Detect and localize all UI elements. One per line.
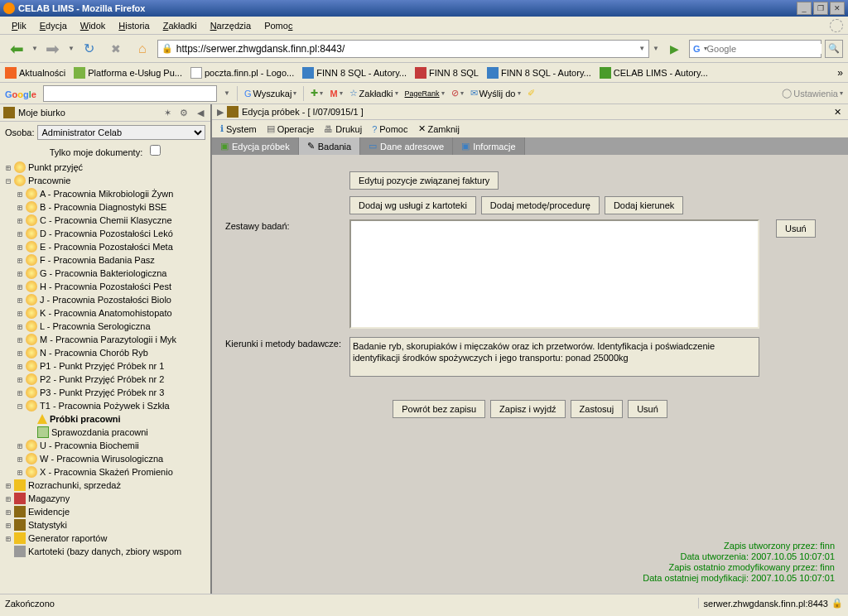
btn-zapisz[interactable]: Zapisz i wyjdź [490, 400, 565, 418]
tab-info[interactable]: ▣Informacje [453, 137, 524, 155]
search-button[interactable]: 🔍 [825, 40, 843, 58]
search-input[interactable] [707, 44, 822, 54]
stats-icon [14, 519, 26, 531]
btn-edytuj-faktury[interactable]: Edytuj pozycje związanej faktury [349, 171, 499, 190]
window-title: CELAB LIMS - Mozilla Firefox [18, 3, 145, 13]
close-button[interactable]: ✕ [830, 2, 845, 15]
gb-send[interactable]: ✉ Wyślij do▾ [470, 88, 521, 99]
tree-node-rozrachunki[interactable]: ⊞Rozrachunki, sprzedaż [3, 479, 210, 492]
tree-node-probki[interactable]: Próbki pracowni [3, 412, 210, 426]
gb-gmail[interactable]: M ▾ [330, 89, 342, 99]
tree-node-P1[interactable]: ⊞P1 - Punkt Przyjęć Próbek nr 1 [3, 359, 210, 373]
tab-edycja[interactable]: ▣Edycja próbek [212, 137, 299, 155]
bookmark-poczta[interactable]: poczta.finn.pl - Logo... [190, 67, 294, 79]
btn-dodaj-metode[interactable]: Dodaj metodę/procedurę [481, 196, 600, 214]
tree-node-punkt[interactable]: ⊞Punkt przyjęć [3, 161, 210, 174]
bookmark-finn8-2[interactable]: FINN 8 SQL [415, 67, 479, 79]
btn-usun-top[interactable]: Usuń [776, 219, 816, 238]
tool-pomoc[interactable]: ?Pomoc [369, 123, 411, 136]
menu-edycja[interactable]: Edycja [33, 19, 74, 32]
sidebar-expand[interactable]: ▶ [217, 107, 224, 118]
tree-node-L[interactable]: ⊞L - Pracownia Serologiczna [3, 320, 210, 333]
btn-dodaj-uslugi[interactable]: Dodaj wg usługi z kartoteki [349, 196, 476, 214]
zestawy-listbox[interactable] [349, 219, 759, 329]
tree-node-X[interactable]: ⊞X - Pracownia Skażeń Promienio [3, 465, 210, 479]
gb-block[interactable]: ⊘ ▾ [451, 88, 464, 99]
tree-node-U[interactable]: ⊞U - Pracownia Biochemii [3, 439, 210, 452]
tree-node-statystyki[interactable]: ⊞Statystyki [3, 518, 210, 532]
tree-node-P2[interactable]: ⊞P2 - Punkt Przyjęć Próbek nr 2 [3, 373, 210, 386]
kierunki-textarea[interactable]: Badanie ryb, skorupiaków i mięczaków ora… [349, 337, 759, 377]
search-box[interactable]: G▾ [689, 40, 822, 58]
tree-node-H[interactable]: ⊞H - Pracownia Pozostałości Pest [3, 280, 210, 293]
sidebar-tool-2[interactable]: ⚙ [177, 106, 190, 119]
content-close[interactable]: ✕ [831, 106, 843, 118]
tree-node-magazyny[interactable]: ⊞Magazyny [3, 492, 210, 505]
tree-node-pracownie[interactable]: ⊟Pracownie [3, 174, 210, 187]
tool-system[interactable]: ℹSystem [217, 122, 260, 136]
tree-node-kartoteki[interactable]: Kartoteki (bazy danych, zbiory wspom [3, 545, 210, 558]
go-button[interactable]: ▶ [662, 37, 686, 60]
tree-node-N[interactable]: ⊞N - Pracownia Chorób Ryb [3, 346, 210, 359]
sidebar-collapse[interactable]: ◀ [194, 106, 207, 119]
gb-settings[interactable]: ◯ Ustawienia▾ [782, 88, 843, 99]
gb-wyszukaj[interactable]: G Wyszukaj ▾ [244, 89, 297, 99]
app-icon [415, 67, 426, 79]
btn-powrot[interactable]: Powrót bez zapisu [393, 400, 485, 418]
gb-pagerank[interactable]: PageRank ▾ [405, 89, 445, 98]
menu-pomoc[interactable]: Pomoc [258, 19, 299, 32]
gb-nav[interactable]: ✚ ▾ [311, 88, 323, 99]
tree-node-ewidencje[interactable]: ⊞Ewidencje [3, 505, 210, 518]
menu-narzedzia[interactable]: Narzędzia [204, 19, 258, 32]
bookmark-finn8-3[interactable]: FINN 8 SQL - Autory... [487, 67, 591, 79]
rss-icon [5, 67, 17, 79]
tool-operacje[interactable]: ▤Operacje [263, 122, 318, 136]
gb-bookmarks[interactable]: ☆ Zakładki ▾ [349, 88, 398, 99]
btn-zastosuj[interactable]: Zastosuj [571, 400, 624, 418]
bookmark-aktualnosci[interactable]: Aktualności [5, 67, 65, 79]
osoba-select[interactable]: Administrator Celab [37, 125, 205, 140]
btn-usun-bottom[interactable]: Usuń [628, 400, 667, 418]
tree-node-G[interactable]: ⊞G - Pracownia Bakteriologiczna [3, 267, 210, 280]
minimize-button[interactable]: _ [797, 2, 812, 15]
tree-node-W[interactable]: ⊞W - Pracownia Wirusologiczna [3, 452, 210, 465]
tree-node-P3[interactable]: ⊞P3 - Punkt Przyjęć Próbek nr 3 [3, 386, 210, 399]
home-button[interactable]: ⌂ [131, 37, 154, 60]
tool-drukuj[interactable]: 🖶Drukuj [320, 123, 365, 136]
bookmarks-overflow[interactable]: » [837, 67, 843, 79]
tree-node-B[interactable]: ⊞B - Pracownia Diagnostyki BSE [3, 200, 210, 214]
url-text[interactable]: https://serwer.zhwgdansk.finn.pl:8443/ [176, 43, 638, 55]
gb-highlight[interactable]: ✐ [528, 88, 535, 99]
tree-node-generator[interactable]: ⊞Generator raportów [3, 532, 210, 545]
tree-node-sprawozdania[interactable]: Sprawozdania pracowni [3, 426, 210, 439]
menu-widok[interactable]: Widok [74, 19, 113, 32]
sidebar-tool-1[interactable]: ✶ [161, 106, 174, 119]
tree-node-M[interactable]: ⊞M - Pracownia Parazytologii i Myk [3, 333, 210, 346]
menu-historia[interactable]: Historia [112, 19, 156, 32]
bookmark-celab[interactable]: CELAB LIMS - Autory... [600, 67, 708, 79]
back-button[interactable]: ⬅ [5, 37, 28, 60]
tool-zamknij[interactable]: ✕Zamknij [415, 122, 464, 136]
tylko-checkbox[interactable] [150, 145, 161, 156]
tree-node-D[interactable]: ⊞D - Pracownia Pozostałości Lekó [3, 227, 210, 240]
url-bar[interactable]: 🔒 https://serwer.zhwgdansk.finn.pl:8443/… [157, 40, 649, 58]
btn-dodaj-kierunek[interactable]: Dodaj kierunek [605, 196, 683, 214]
tab-dane[interactable]: ▭Dane adresowe [360, 137, 453, 155]
tree-node-A[interactable]: ⊞A - Pracownia Mikrobiologii Żywn [3, 187, 210, 200]
restore-button[interactable]: ❐ [813, 2, 828, 15]
menu-zakladki[interactable]: Zakładki [157, 19, 204, 32]
tab-badania[interactable]: ✎Badania [299, 137, 360, 155]
flask-icon [37, 414, 47, 424]
bookmarks-bar: Aktualności Platforma e-Usług Pu... pocz… [0, 63, 848, 83]
menu-plik[interactable]: Plik [5, 19, 33, 32]
tree-node-F[interactable]: ⊞F - Pracownia Badania Pasz [3, 253, 210, 267]
google-search-input[interactable] [43, 85, 217, 102]
tree-node-E[interactable]: ⊞E - Pracownia Pozostałości Meta [3, 240, 210, 253]
bookmark-finn8-1[interactable]: FINN 8 SQL - Autory... [302, 67, 407, 79]
tree-node-J[interactable]: ⊞J - Pracownia Pozostałości Biolo [3, 293, 210, 306]
tree-node-K[interactable]: ⊞K - Pracownia Anatomohistopato [3, 306, 210, 320]
bookmark-platforma[interactable]: Platforma e-Usług Pu... [74, 67, 182, 79]
tree-node-C[interactable]: ⊞C - Pracownia Chemii Klasyczne [3, 214, 210, 227]
tree-node-T1[interactable]: ⊟T1 - Pracownia Pożywek i Szkła [3, 399, 210, 412]
reload-button[interactable]: ↻ [78, 37, 101, 60]
